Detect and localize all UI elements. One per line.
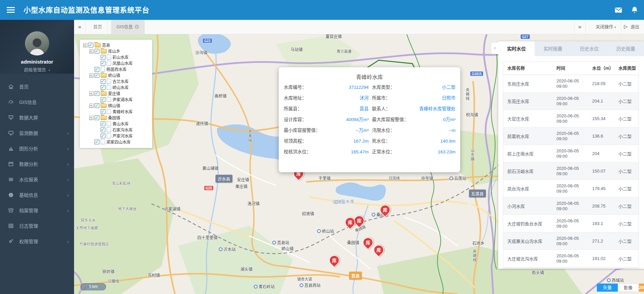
- tree-node-town[interactable]: 棋山镇: [82, 103, 152, 109]
- tree-checkbox[interactable]: [101, 97, 105, 102]
- tree-node-town[interactable]: 桑园镇: [82, 115, 152, 121]
- tree-expand-icon[interactable]: [89, 73, 94, 78]
- avatar[interactable]: [25, 31, 49, 56]
- tree-checkbox[interactable]: [101, 127, 105, 132]
- tree-node-reservoir[interactable]: 彩山水库: [82, 54, 152, 61]
- sidebar-item-home[interactable]: 首页: [0, 79, 74, 95]
- tree-expand-icon[interactable]: [89, 91, 94, 96]
- tree-checkbox[interactable]: [101, 61, 105, 66]
- caret-down-icon: ▾: [614, 26, 616, 29]
- vector-layer-button[interactable]: 矢量: [597, 284, 618, 292]
- map-label: 道托镇: [196, 120, 208, 126]
- 大官庄水库[interactable]: 大官庄水库 2020-06-0509:00 155.34 小二型: [503, 110, 639, 127]
- tree-node-reservoir[interactable]: 芦家河水库: [82, 133, 152, 139]
- tree-checkbox[interactable]: [95, 49, 99, 53]
- clipped-date-control[interactable]: 20: [639, 284, 644, 292]
- sidebar-item-chart-analysis[interactable]: 图形分析: [0, 141, 74, 156]
- sidebar-item-logs[interactable]: 日志管理: [0, 218, 74, 234]
- tree-node-reservoir[interactable]: 凤凰山水库: [82, 61, 152, 67]
- tree-node-reservoir[interactable]: 青峰岭水库: [82, 109, 152, 115]
- tree-checkbox[interactable]: [95, 140, 99, 144]
- 东尚庄水库[interactable]: 东尚庄水库 2020-06-0509:00 218.05 小二型: [503, 75, 639, 93]
- map-label: 莒青线: [247, 130, 252, 143]
- 大庄坡钓鱼台水库[interactable]: 大庄坡钓鱼台水库 2020-06-0509:00 193.1 小二型: [503, 215, 639, 232]
- map-label: 院东头乡: [81, 217, 96, 223]
- tree-node-reservoir[interactable]: 石家沟水库: [82, 127, 152, 133]
- tree-checkbox[interactable]: [95, 67, 99, 72]
- tree-checkbox[interactable]: [101, 121, 105, 126]
- tree-node-reservoir[interactable]: 尹家湖水库: [82, 97, 152, 103]
- map-label: 洛河镇: [247, 200, 260, 206]
- tree-expand-icon[interactable]: [83, 43, 88, 47]
- tab-home[interactable]: 首页: [88, 20, 108, 34]
- tree-node-reservoir[interactable]: 梁家四山水库: [82, 139, 152, 145]
- map-label: 日滕线: [108, 278, 119, 284]
- map-label: 石场乡: [472, 240, 484, 246]
- popup-title: 青峰岭水库: [279, 73, 460, 81]
- imagery-layer-button[interactable]: 影像: [618, 284, 639, 292]
- bell-icon[interactable]: [630, 6, 639, 14]
- logout-button[interactable]: 退出: [618, 20, 644, 34]
- sidebar-item-monitor-data[interactable]: 监测数据: [0, 125, 74, 141]
- 凤台沟水库[interactable]: 凤台沟水库 2020-06-0509:00 179.45 小二型: [503, 180, 639, 197]
- close-operations-button[interactable]: 关闭操作▾: [591, 20, 621, 34]
- tab-gis[interactable]: GIS信息: [111, 20, 145, 34]
- tab-history-rain[interactable]: 历史雨量: [608, 41, 644, 56]
- tree-expand-icon[interactable]: [89, 49, 94, 53]
- hamburger-menu-icon[interactable]: [7, 7, 15, 13]
- tree-checkbox[interactable]: [95, 115, 99, 120]
- tree-node-reservoir[interactable]: 杨崮西水库: [82, 67, 152, 73]
- chevron-left-icon: [67, 141, 69, 156]
- logout-icon: [623, 25, 628, 29]
- sidebar-item-permissions[interactable]: 权限管理: [0, 234, 74, 249]
- tree-checkbox[interactable]: [95, 73, 99, 78]
- sidebar-item-data-analysis[interactable]: 数据分析: [0, 156, 74, 172]
- tab-realtime-rain[interactable]: 实时雨量: [535, 41, 571, 56]
- 前上庄南水库[interactable]: 前上庄南水库 2020-06-0509:00 204 小二型: [503, 145, 639, 162]
- chevron-left-icon: [67, 234, 69, 249]
- tree-checkbox[interactable]: [95, 91, 99, 96]
- mail-icon[interactable]: [614, 6, 623, 14]
- tree-checkbox[interactable]: [101, 109, 105, 114]
- popup-field-row: 设计库容：40094万m³: [284, 114, 369, 125]
- tree-node-icon: [107, 97, 111, 102]
- 小河水库[interactable]: 小河水库 2020-06-0509:00 208.75 小二型: [503, 197, 639, 215]
- tree-expand-icon[interactable]: [89, 104, 94, 108]
- tree-expand-icon[interactable]: [89, 116, 94, 120]
- tree-node-town[interactable]: 夏庄镇: [82, 91, 152, 97]
- tree-checkbox[interactable]: [101, 134, 105, 138]
- scroll-tabs-left-icon[interactable]: [74, 20, 86, 34]
- sidebar-item-level-report[interactable]: 水位报表: [0, 172, 74, 187]
- 大庄坡北沟水库[interactable]: 大庄坡北沟水库 2020-06-0509:00 191.02 小二型: [503, 250, 639, 267]
- sidebar-item-archives[interactable]: 档案管理: [0, 203, 74, 218]
- sidebar-item-bigscreen[interactable]: 数据大屏: [0, 110, 74, 125]
- tab-realtime-level[interactable]: 实时水位: [498, 41, 535, 56]
- sidebar-item-base-info[interactable]: 基础信息: [0, 187, 74, 203]
- panel-collapse-button[interactable]: [491, 42, 499, 54]
- tree-node-icon: [101, 104, 107, 108]
- tree-checkbox[interactable]: [89, 43, 93, 47]
- 东苑庄水库[interactable]: 东苑庄水库 2020-06-0509:00 204.1 小二型: [503, 93, 639, 110]
- sidebar-item-gis[interactable]: GIS信息: [0, 95, 74, 110]
- role-dropdown[interactable]: 超级管理员 ▾: [0, 66, 74, 73]
- popup-field-row: 水库地址：沭河: [284, 93, 369, 104]
- tree-node-town[interactable]: 峤山镇: [82, 73, 152, 79]
- popup-field-row: 所属市：日照市: [372, 93, 455, 104]
- close-tab-icon[interactable]: [135, 25, 139, 29]
- tree-node-county[interactable]: 莒县: [82, 42, 152, 48]
- table-row[interactable]: 2020-06-05: [503, 267, 639, 269]
- tree-checkbox[interactable]: [95, 103, 99, 108]
- tree-checkbox[interactable]: [101, 85, 105, 90]
- tree-checkbox[interactable]: [101, 55, 105, 60]
- tab-history-level[interactable]: 历史水位: [571, 41, 608, 56]
- map-canvas[interactable]: 沙沟镇马站镇富官庄镇青兰高速高桥镇道托镇黄山铺镇安庄镇果庄镇于里镇日凤线中至镇五…: [74, 34, 644, 294]
- scroll-tabs-right-icon[interactable]: [574, 20, 586, 34]
- tree-checkbox[interactable]: [101, 79, 105, 84]
- 天成寨关山沟水库[interactable]: 天成寨关山沟水库 2020-06-0509:00 271.2 小二型: [503, 232, 639, 250]
- 前葛杭水库[interactable]: 前葛杭水库 2020-06-0509:00 136.6 小二型: [503, 127, 639, 145]
- tree-node-reservoir[interactable]: 黄山水库: [82, 121, 152, 127]
- tree-node-reservoir[interactable]: 吉兰水库: [82, 79, 152, 85]
- tree-node-reservoir[interactable]: 峤山水库: [82, 85, 152, 91]
- 前石汪峪水库[interactable]: 前石汪峪水库 2020-06-0509:00 150.07 小二型: [503, 162, 639, 180]
- tree-node-town[interactable]: 库山乡: [82, 48, 152, 54]
